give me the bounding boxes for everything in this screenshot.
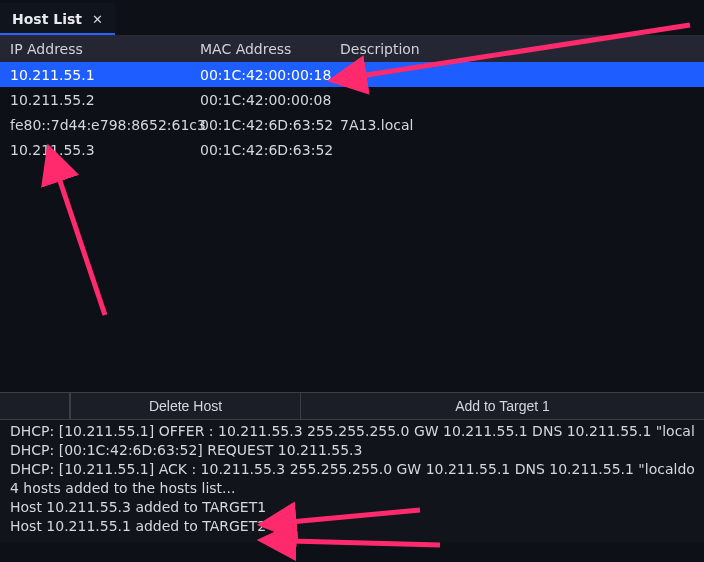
- table-row[interactable]: 10.211.55.2 00:1C:42:00:00:08: [0, 87, 704, 112]
- cell-desc: 7A13.local: [340, 117, 704, 133]
- cell-ip: 10.211.55.1: [10, 67, 200, 83]
- cell-ip: 10.211.55.2: [10, 92, 200, 108]
- log-panel: DHCP: [10.211.55.1] OFFER : 10.211.55.3 …: [0, 420, 704, 542]
- log-line: DHCP: [00:1C:42:6D:63:52] REQUEST 10.211…: [10, 441, 694, 460]
- log-line: 4 hosts added to the hosts list...: [10, 479, 694, 498]
- button-bar-spacer: [0, 393, 70, 419]
- col-header-mac[interactable]: MAC Address: [200, 41, 340, 57]
- log-line: Host 10.211.55.3 added to TARGET1: [10, 498, 694, 517]
- log-line: DHCP: [10.211.55.1] OFFER : 10.211.55.3 …: [10, 422, 694, 441]
- cell-mac: 00:1C:42:6D:63:52: [200, 142, 340, 158]
- col-header-desc[interactable]: Description: [340, 41, 704, 57]
- tab-host-list[interactable]: Host List ✕: [0, 3, 115, 35]
- tab-title: Host List: [12, 11, 82, 27]
- cell-ip: fe80::7d44:e798:8652:61c3: [10, 117, 200, 133]
- table-header: IP Address MAC Address Description: [0, 36, 704, 62]
- table-row[interactable]: fe80::7d44:e798:8652:61c3 00:1C:42:6D:63…: [0, 112, 704, 137]
- tab-strip: Host List ✕: [0, 0, 704, 36]
- cell-ip: 10.211.55.3: [10, 142, 200, 158]
- log-line: DHCP: [10.211.55.1] ACK : 10.211.55.3 25…: [10, 460, 694, 479]
- button-bar: Delete Host Add to Target 1: [0, 392, 704, 420]
- log-line: Host 10.211.55.1 added to TARGET2: [10, 517, 694, 536]
- delete-host-button[interactable]: Delete Host: [70, 393, 300, 419]
- close-icon[interactable]: ✕: [92, 12, 103, 27]
- add-to-target-button[interactable]: Add to Target 1: [300, 393, 704, 419]
- col-header-ip[interactable]: IP Address: [10, 41, 200, 57]
- table-row[interactable]: 10.211.55.3 00:1C:42:6D:63:52: [0, 137, 704, 162]
- cell-mac: 00:1C:42:00:00:18: [200, 67, 340, 83]
- host-table-body: 10.211.55.1 00:1C:42:00:00:18 10.211.55.…: [0, 62, 704, 392]
- cell-mac: 00:1C:42:6D:63:52: [200, 117, 340, 133]
- table-row[interactable]: 10.211.55.1 00:1C:42:00:00:18: [0, 62, 704, 87]
- cell-mac: 00:1C:42:00:00:08: [200, 92, 340, 108]
